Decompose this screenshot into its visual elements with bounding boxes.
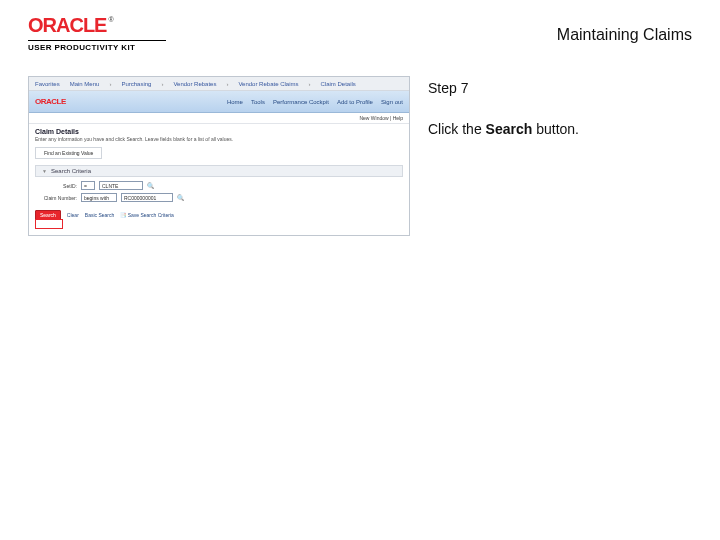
form-row: SetID: = CLNTE 🔍 (35, 181, 403, 190)
subbar: New Window | Help (29, 113, 409, 124)
logo-divider (28, 40, 166, 41)
clear-button[interactable]: Clear (67, 212, 79, 218)
button-row: Search Clear Basic Search 📑 Save Search … (29, 206, 409, 224)
slide: ORACLE ® USER PRODUCTIVITY KIT Maintaini… (0, 0, 720, 540)
tab-signout[interactable]: Sign out (381, 99, 403, 105)
page-title: Maintaining Claims (557, 26, 692, 44)
breadcrumb-item: Main Menu (70, 81, 100, 87)
breadcrumb-item: Claim Details (320, 81, 355, 87)
direction-suffix: button. (532, 121, 579, 137)
tab-addprofile[interactable]: Add to Profile (337, 99, 373, 105)
search-criteria-header[interactable]: ▼ Search Criteria (35, 165, 403, 177)
lookup-icon[interactable]: 🔍 (177, 194, 184, 201)
claim-operator[interactable]: begins with (81, 193, 117, 202)
tab-performance[interactable]: Performance Cockpit (273, 99, 329, 105)
setid-label: SetID: (35, 183, 77, 189)
claim-label: Claim Number: (35, 195, 77, 201)
oracle-logo-tm: ® (108, 16, 113, 23)
direction-prefix: Click the (428, 121, 486, 137)
chevron-right-icon: › (109, 81, 111, 87)
search-form: SetID: = CLNTE 🔍 Claim Number: begins wi… (29, 177, 409, 206)
app-tabs: Home Tools Performance Cockpit Add to Pr… (227, 99, 403, 105)
chevron-right-icon: › (308, 81, 310, 87)
oracle-mini-logo: ORACLE (35, 97, 66, 106)
instruction-panel: Step 7 Click the Search button. (428, 76, 692, 140)
instruction-text: Click the Search button. (428, 120, 692, 140)
app-header: ORACLE Home Tools Performance Cockpit Ad… (29, 91, 409, 113)
tab-existing-value[interactable]: Find an Existing Value (35, 147, 102, 159)
chevron-down-icon: ▼ (42, 168, 47, 174)
body: Favorites Main Menu › Purchasing › Vendo… (0, 58, 720, 236)
section-title: Claim Details (29, 124, 409, 136)
save-search-link[interactable]: 📑 Save Search Criteria (120, 212, 174, 218)
oracle-logo: ORACLE ® (28, 14, 166, 37)
brand-block: ORACLE ® USER PRODUCTIVITY KIT (28, 14, 166, 52)
chevron-right-icon: › (226, 81, 228, 87)
chevron-right-icon: › (161, 81, 163, 87)
step-label: Step 7 (428, 80, 692, 96)
tab-tools[interactable]: Tools (251, 99, 265, 105)
claim-input[interactable]: RC000000001 (121, 193, 173, 202)
section-subtitle: Enter any information you have and click… (29, 136, 409, 145)
basic-search-link[interactable]: Basic Search (85, 212, 114, 218)
header: ORACLE ® USER PRODUCTIVITY KIT Maintaini… (0, 0, 720, 58)
breadcrumb-item: Vendor Rebates (173, 81, 216, 87)
breadcrumb-item: Vendor Rebate Claims (238, 81, 298, 87)
app-screenshot: Favorites Main Menu › Purchasing › Vendo… (28, 76, 410, 236)
lookup-icon[interactable]: 🔍 (147, 182, 154, 189)
search-criteria-label: Search Criteria (51, 168, 91, 174)
tab-home[interactable]: Home (227, 99, 243, 105)
setid-input[interactable]: CLNTE (99, 181, 143, 190)
search-button[interactable]: Search (35, 210, 61, 220)
breadcrumb: Favorites Main Menu › Purchasing › Vendo… (29, 77, 409, 91)
direction-bold: Search (486, 121, 533, 137)
breadcrumb-item: Favorites (35, 81, 60, 87)
setid-operator[interactable]: = (81, 181, 95, 190)
brand-subtitle: USER PRODUCTIVITY KIT (28, 43, 166, 52)
breadcrumb-item: Purchasing (121, 81, 151, 87)
form-row: Claim Number: begins with RC000000001 🔍 (35, 193, 403, 202)
oracle-logo-text: ORACLE (28, 14, 106, 37)
